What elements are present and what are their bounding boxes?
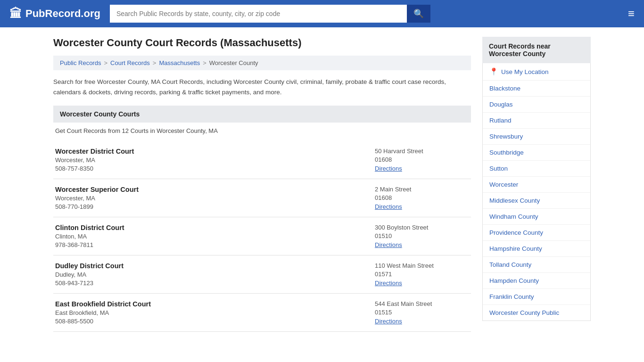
sidebar-item-0[interactable]: Blackstone	[483, 81, 590, 97]
directions-link[interactable]: Directions	[375, 241, 402, 248]
logo-icon: 🏛	[9, 7, 22, 21]
court-entry: East Brookfield District Court East Broo…	[53, 294, 471, 332]
court-zip: 01608	[375, 156, 469, 163]
courts-list: Worcester District Court Worcester, MA 5…	[53, 141, 471, 332]
directions-link[interactable]: Directions	[375, 280, 402, 287]
sidebar-item-1[interactable]: Douglas	[483, 97, 590, 113]
court-street: 544 East Main Street	[375, 300, 469, 307]
directions-link[interactable]: Directions	[375, 165, 402, 172]
court-street: 50 Harvard Street	[375, 148, 469, 155]
court-address-col-1: 2 Main Street 01608 Directions	[375, 186, 469, 210]
court-address-col-3: 110 West Main Street 01571 Directions	[375, 262, 469, 287]
search-icon: 🔍	[413, 9, 424, 18]
directions-link[interactable]: Directions	[375, 203, 402, 210]
sidebar-item-5[interactable]: Sutton	[483, 161, 590, 177]
breadcrumb-massachusetts[interactable]: Massachusetts	[159, 59, 200, 66]
court-zip: 01510	[375, 232, 469, 239]
court-info-1: Worcester Superior Court Worcester, MA 5…	[55, 186, 139, 210]
court-city: Clinton, MA	[55, 233, 124, 240]
court-entry: Dudley District Court Dudley, MA 508-943…	[53, 255, 471, 294]
court-zip: 01571	[375, 271, 469, 278]
court-street: 300 Boylston Street	[375, 224, 469, 231]
court-street: 2 Main Street	[375, 186, 469, 193]
section-count: Get Court Records from 12 Courts in Worc…	[53, 127, 471, 134]
page-description: Search for free Worcester County, MA Cou…	[53, 77, 471, 97]
court-entry: Worcester District Court Worcester, MA 5…	[53, 141, 471, 179]
sidebar-item-3[interactable]: Shrewsbury	[483, 129, 590, 145]
sidebar-item-13[interactable]: Franklin County	[483, 289, 590, 305]
breadcrumb-current: Worcester County	[209, 59, 258, 66]
sidebar-item-8[interactable]: Windham County	[483, 209, 590, 225]
breadcrumb-sep-1: >	[104, 59, 107, 66]
use-my-location[interactable]: 📍 Use My Location	[483, 63, 590, 81]
court-address-col-4: 544 East Main Street 01515 Directions	[375, 300, 469, 325]
sidebar-item-9[interactable]: Providence County	[483, 225, 590, 241]
court-info-4: East Brookfield District Court East Broo…	[55, 300, 151, 325]
content-area: Worcester County Court Records (Massachu…	[53, 37, 471, 332]
sidebar: Court Records near Worcester County 📍 Us…	[482, 37, 591, 332]
court-city: Worcester, MA	[55, 195, 139, 202]
search-area: 🔍	[110, 5, 430, 23]
court-city: Dudley, MA	[55, 271, 124, 278]
court-address-col-2: 300 Boylston Street 01510 Directions	[375, 224, 469, 248]
court-phone: 508-885-5500	[55, 318, 151, 325]
court-phone: 508-770-1899	[55, 203, 139, 210]
sidebar-item-4[interactable]: Southbridge	[483, 145, 590, 161]
court-info-2: Clinton District Court Clinton, MA 978-3…	[55, 224, 124, 248]
sidebar-item-14[interactable]: Worcester County Public	[483, 305, 590, 321]
court-phone: 508-757-8350	[55, 165, 134, 172]
court-zip: 01515	[375, 309, 469, 316]
sidebar-item-6[interactable]: Worcester	[483, 177, 590, 193]
court-name: Worcester Superior Court	[55, 186, 139, 193]
section-header: Worcester County Courts	[53, 106, 471, 123]
location-pin-icon: 📍	[489, 67, 498, 76]
main-container: Worcester County Court Records (Massachu…	[39, 27, 605, 341]
sidebar-item-2[interactable]: Rutland	[483, 113, 590, 129]
sidebar-item-12[interactable]: Hampden County	[483, 273, 590, 289]
logo-text: PubRecord.org	[25, 8, 100, 20]
court-city: East Brookfield, MA	[55, 309, 151, 316]
court-city: Worcester, MA	[55, 156, 134, 164]
breadcrumb-sep-2: >	[153, 59, 157, 66]
court-name: Worcester District Court	[55, 148, 134, 155]
sidebar-item-7[interactable]: Middlesex County	[483, 193, 590, 209]
page-title: Worcester County Court Records (Massachu…	[53, 37, 471, 49]
court-entry: Clinton District Court Clinton, MA 978-3…	[53, 217, 471, 255]
court-name: Clinton District Court	[55, 224, 124, 231]
court-entry: Worcester Superior Court Worcester, MA 5…	[53, 179, 471, 217]
sidebar-item-10[interactable]: Hampshire County	[483, 241, 590, 257]
sidebar-list: 📍 Use My Location BlackstoneDouglasRutla…	[482, 63, 591, 321]
use-location-label: Use My Location	[501, 68, 549, 75]
search-input[interactable]	[110, 5, 407, 23]
court-phone: 508-943-7123	[55, 280, 124, 287]
court-name: Dudley District Court	[55, 262, 124, 270]
search-button[interactable]: 🔍	[407, 5, 430, 23]
breadcrumb-court-records[interactable]: Court Records	[110, 59, 150, 66]
court-info-0: Worcester District Court Worcester, MA 5…	[55, 148, 134, 172]
hamburger-icon: ≡	[628, 7, 635, 20]
breadcrumb-public-records[interactable]: Public Records	[60, 59, 101, 66]
site-header: 🏛 PubRecord.org 🔍 ≡	[0, 0, 644, 27]
court-phone: 978-368-7811	[55, 241, 124, 248]
breadcrumb-sep-3: >	[203, 59, 206, 66]
directions-link[interactable]: Directions	[375, 318, 402, 325]
court-street: 110 West Main Street	[375, 262, 469, 269]
sidebar-item-11[interactable]: Tolland County	[483, 257, 590, 273]
breadcrumb: Public Records > Court Records > Massach…	[53, 56, 471, 70]
site-logo[interactable]: 🏛 PubRecord.org	[9, 7, 100, 21]
sidebar-header: Court Records near Worcester County	[482, 37, 591, 63]
court-address-col-0: 50 Harvard Street 01608 Directions	[375, 148, 469, 172]
court-name: East Brookfield District Court	[55, 300, 151, 308]
menu-button[interactable]: ≡	[628, 8, 635, 19]
court-zip: 01608	[375, 194, 469, 201]
court-info-3: Dudley District Court Dudley, MA 508-943…	[55, 262, 124, 287]
